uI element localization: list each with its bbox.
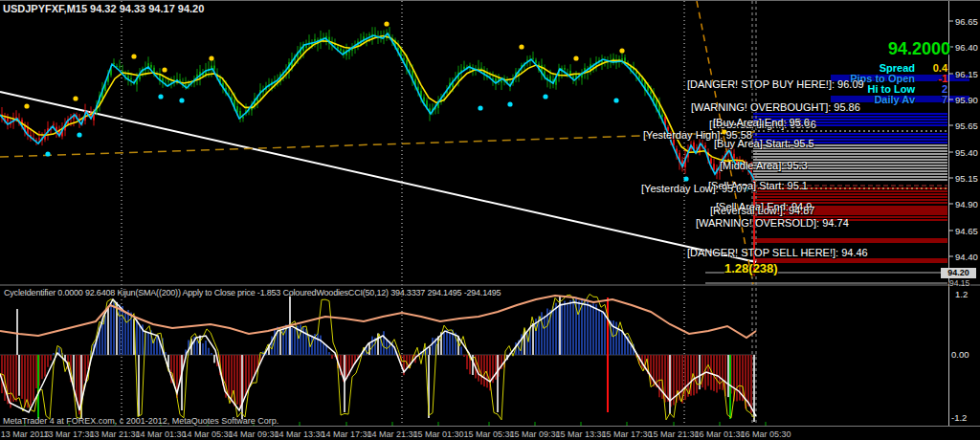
time-axis-label: 13 Mar 17:30: [43, 429, 94, 439]
mt4-chart-window: USDJPYFXF,M15 94.32 94.33 94.17 94.20 94…: [0, 0, 980, 440]
price-axis-label: 95.90: [955, 95, 978, 105]
time-axis-label: 14 Mar 21:30: [367, 429, 417, 439]
current-price-marker: 94.20: [941, 268, 976, 278]
time-axis-label: 13 Mar 21:30: [89, 429, 140, 439]
price-axis-label: 96.65: [955, 16, 978, 27]
price-axis-label: 95.15: [955, 173, 978, 184]
price-axis-label: 96.15: [955, 69, 978, 79]
time-axis-label: 13 Mar 2013: [1, 429, 50, 439]
current-price-readout: 94.2000: [888, 39, 950, 59]
time-axis-label: 15 Mar 05:30: [463, 429, 514, 439]
chart-canvas[interactable]: [0, 1, 980, 428]
price-axis-label: 94.65: [955, 226, 978, 236]
chart-annotation: [WARNING! OVERBOUGHT]: 95.86: [691, 101, 860, 113]
price-axis-label: 94.90: [955, 199, 978, 209]
chart-annotation: [Buy Area] End: 95.6: [713, 117, 810, 128]
price-axis-label: 96.40: [955, 42, 978, 53]
indicator-scale-top: 1.2: [955, 289, 968, 299]
time-axis-label: 15 Mar 09:30: [509, 429, 560, 439]
chart-annotation: [Yesterday Low]: 95.07: [641, 183, 748, 194]
chart-annotation: [DANGER! STOP SELL HERE!]: 94.46: [687, 247, 868, 258]
chart-annotation: [Middle Area]: 95.3: [720, 160, 808, 171]
time-axis-label: 14 Mar 09:30: [228, 429, 278, 439]
indicator-scale-zero: 0.00: [951, 349, 969, 360]
time-axis-label: 16 Mar 05:30: [740, 429, 791, 439]
time-axis-label: 15 Mar 13:30: [555, 429, 606, 439]
time-axis-label: 15 Mar 01:30: [412, 429, 463, 439]
time-axis-label: 15 Mar 21:30: [648, 429, 699, 439]
ask-price-label: 94.15: [949, 278, 969, 288]
price-axis-label: 94.40: [955, 252, 978, 262]
price-axis-label: 95.40: [955, 147, 978, 158]
indicator-header: CycleIdentifier 0.0000 92.6408 Kijun(SMA…: [4, 288, 501, 297]
info-row-daily-av: Daily Av7: [874, 94, 947, 105]
descending-trendline: [0, 92, 756, 262]
copyright-text: MetaTrader 4 at FOREX.com, c 2001-2012, …: [3, 416, 278, 426]
chart-title: USDJPYFXF,M15 94.32 94.33 94.17 94.20: [3, 3, 204, 14]
chart-annotation: [WARNING! OVERSOLD]: 94.74: [696, 217, 849, 229]
chart-annotation: 1.28(238): [724, 261, 778, 275]
chart-annotation: [Reversal Low!]: 94.87: [710, 205, 814, 216]
price-axis-label: 95.65: [955, 121, 978, 131]
time-axis-label: 14 Mar 05:30: [182, 429, 233, 439]
chart-annotation: [DANGER! STOP BUY HERE!]: 96.09: [687, 78, 864, 90]
chart-annotation: [Buy Area] Start: 95.5: [714, 138, 814, 149]
time-axis-label: 15 Mar 17:30: [601, 429, 652, 439]
time-axis-label: 14 Mar 17:30: [321, 429, 371, 439]
time-axis-label: 14 Mar 13:30: [274, 429, 324, 439]
time-axis-label: 16 Mar 01:30: [694, 429, 745, 439]
indicator-scale-bottom: -1.2: [951, 412, 967, 423]
time-axis-label: 14 Mar 01:30: [135, 429, 186, 439]
